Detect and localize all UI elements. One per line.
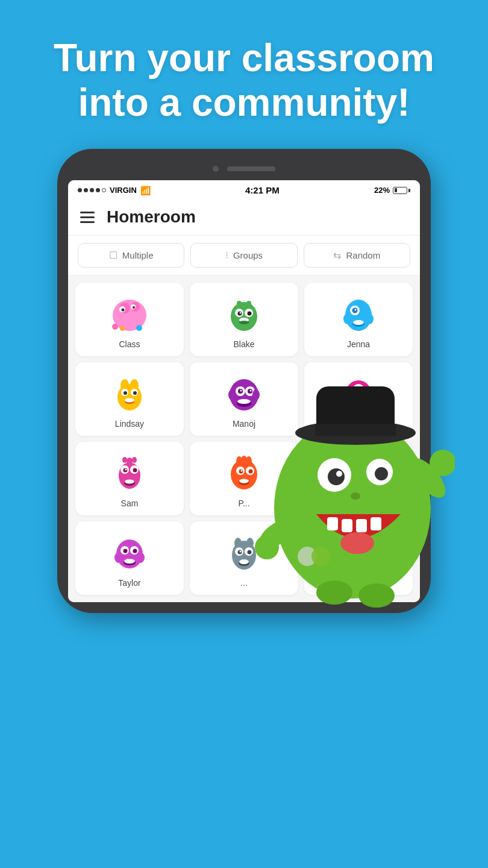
student-card-blake2[interactable]: Blake bbox=[304, 442, 413, 515]
svg-point-116 bbox=[354, 549, 356, 550]
avatar-jenna bbox=[337, 292, 380, 336]
student-name-manoj: Manoj bbox=[233, 419, 255, 429]
student-card-p[interactable]: P... bbox=[190, 442, 298, 515]
battery-tip bbox=[408, 189, 410, 192]
svg-point-100 bbox=[124, 559, 135, 564]
svg-point-10 bbox=[120, 326, 125, 331]
student-name-blake2: Blake bbox=[348, 498, 369, 508]
svg-point-29 bbox=[365, 313, 374, 324]
svg-point-70 bbox=[125, 480, 134, 484]
app-title: Homeroom bbox=[107, 207, 196, 227]
avatar-sam bbox=[108, 451, 151, 495]
svg-point-47 bbox=[250, 390, 252, 392]
svg-point-12 bbox=[231, 302, 257, 331]
svg-point-66 bbox=[127, 458, 133, 465]
battery-icon bbox=[393, 187, 410, 194]
svg-point-19 bbox=[240, 312, 242, 314]
avatar-manoj bbox=[222, 372, 266, 415]
svg-point-5 bbox=[122, 309, 125, 312]
svg-point-68 bbox=[132, 457, 137, 463]
svg-point-103 bbox=[246, 538, 254, 549]
student-card-manoj[interactable]: Manoj bbox=[190, 362, 298, 436]
toolbar: ☐ Multiple ⁝ Groups ⇆ Random bbox=[68, 236, 420, 275]
svg-point-96 bbox=[133, 549, 137, 553]
svg-point-88 bbox=[362, 470, 366, 474]
svg-point-102 bbox=[234, 538, 242, 549]
status-bar: VIRGIN 📶 4:21 PM 22% bbox=[68, 180, 420, 200]
dot5 bbox=[102, 188, 106, 192]
svg-point-28 bbox=[343, 313, 352, 324]
hero-section: Turn your classroom into a community! bbox=[0, 0, 488, 149]
carrier-label: VIRGIN bbox=[110, 186, 137, 195]
svg-point-9 bbox=[112, 324, 118, 330]
status-time: 4:21 PM bbox=[245, 185, 280, 195]
status-right: 22% bbox=[374, 186, 410, 195]
phone-screen: VIRGIN 📶 4:21 PM 22% bbox=[68, 180, 420, 602]
svg-point-38 bbox=[133, 391, 137, 395]
student-name-extra2: ... bbox=[355, 578, 362, 588]
random-button[interactable]: ⇆ Random bbox=[304, 243, 410, 268]
student-card-extra1[interactable]: ... bbox=[190, 521, 298, 595]
svg-point-83 bbox=[351, 458, 357, 467]
app-header: Homeroom bbox=[68, 200, 420, 236]
svg-point-117 bbox=[343, 550, 352, 562]
student-card-extra2[interactable]: ... bbox=[304, 521, 413, 595]
student-card-jenna[interactable]: Jenna bbox=[304, 283, 413, 356]
svg-point-46 bbox=[240, 390, 242, 392]
dot1 bbox=[78, 188, 82, 192]
svg-point-115 bbox=[362, 548, 366, 552]
student-name-jenna: Jenna bbox=[347, 339, 370, 349]
student-name-taylor: Taylor bbox=[118, 578, 140, 588]
svg-point-50 bbox=[228, 389, 236, 400]
hamburger-line-3 bbox=[80, 221, 95, 223]
student-card-taylor[interactable]: Taylor bbox=[75, 521, 184, 595]
phone-wrapper: VIRGIN 📶 4:21 PM 22% bbox=[0, 149, 488, 613]
svg-point-8 bbox=[137, 316, 144, 326]
student-card-class[interactable]: Class bbox=[75, 283, 184, 356]
avatar-class bbox=[108, 292, 151, 336]
student-card-monica[interactable]: Monica bbox=[304, 362, 413, 436]
multiple-icon: ☐ bbox=[109, 250, 117, 261]
svg-point-18 bbox=[248, 312, 252, 316]
svg-point-23 bbox=[239, 321, 249, 324]
svg-point-40 bbox=[125, 398, 134, 403]
student-name-blake1: Blake bbox=[233, 339, 254, 349]
hamburger-line-2 bbox=[80, 216, 95, 218]
svg-point-56 bbox=[343, 391, 352, 403]
avatar-monica bbox=[337, 372, 380, 415]
hamburger-menu-button[interactable] bbox=[80, 212, 95, 223]
student-card-lindsay[interactable]: Lindsay bbox=[75, 362, 184, 436]
svg-point-139 bbox=[430, 450, 455, 476]
avatar-taylor bbox=[108, 531, 151, 574]
svg-point-37 bbox=[124, 391, 127, 395]
svg-point-79 bbox=[241, 470, 243, 472]
svg-point-57 bbox=[365, 391, 374, 403]
svg-point-97 bbox=[114, 552, 123, 563]
groups-button[interactable]: ⁝ Groups bbox=[190, 243, 297, 268]
dot4 bbox=[96, 188, 100, 192]
dot3 bbox=[90, 188, 94, 192]
student-card-sam[interactable]: Sam bbox=[75, 442, 184, 515]
svg-point-59 bbox=[353, 400, 364, 404]
phone-speaker bbox=[227, 166, 275, 171]
svg-point-78 bbox=[249, 470, 253, 474]
svg-point-107 bbox=[248, 550, 252, 555]
random-label: Random bbox=[346, 250, 380, 260]
svg-point-55 bbox=[358, 388, 360, 391]
svg-point-110 bbox=[239, 559, 249, 564]
student-name-sam: Sam bbox=[121, 498, 139, 508]
groups-label: Groups bbox=[233, 250, 263, 260]
student-card-blake1[interactable]: Blake bbox=[190, 283, 298, 356]
student-grid: Class bbox=[68, 275, 420, 602]
random-icon: ⇆ bbox=[333, 250, 341, 261]
svg-point-95 bbox=[124, 549, 128, 553]
multiple-button[interactable]: ☐ Multiple bbox=[78, 243, 184, 268]
groups-icon: ⁝ bbox=[225, 250, 228, 261]
avatar-blake2 bbox=[337, 451, 380, 495]
svg-point-6 bbox=[133, 306, 135, 309]
svg-point-51 bbox=[252, 389, 260, 400]
wifi-icon: 📶 bbox=[140, 186, 151, 195]
dot2 bbox=[84, 188, 88, 192]
svg-point-67 bbox=[122, 457, 127, 463]
status-left: VIRGIN 📶 bbox=[78, 186, 151, 195]
